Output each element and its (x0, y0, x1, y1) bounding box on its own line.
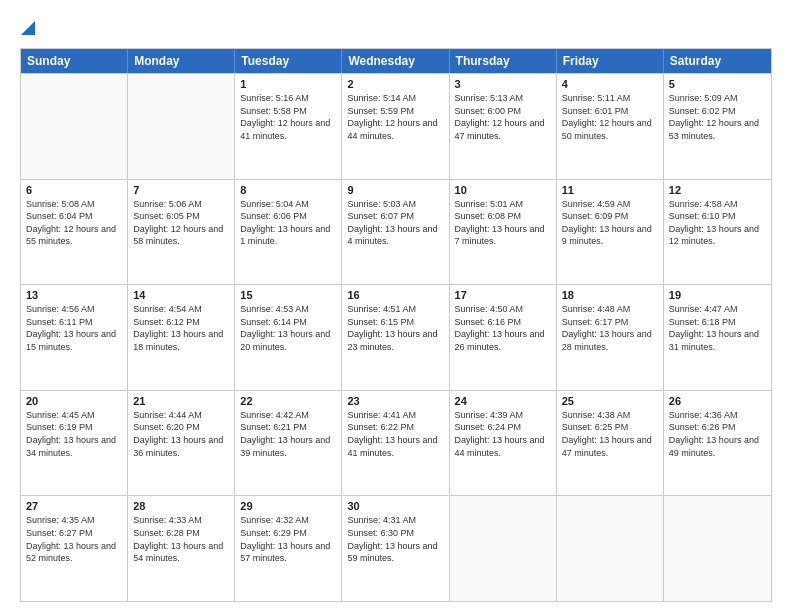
cal-header-thursday: Thursday (450, 49, 557, 73)
day-number: 4 (562, 78, 658, 90)
day-info: Sunrise: 5:09 AM Sunset: 6:02 PM Dayligh… (669, 92, 766, 142)
day-info: Sunrise: 4:39 AM Sunset: 6:24 PM Dayligh… (455, 409, 551, 459)
day-number: 14 (133, 289, 229, 301)
day-info: Sunrise: 4:48 AM Sunset: 6:17 PM Dayligh… (562, 303, 658, 353)
cal-header-friday: Friday (557, 49, 664, 73)
calendar-cell-2-2: 7Sunrise: 5:06 AM Sunset: 6:05 PM Daylig… (128, 180, 235, 285)
day-number: 15 (240, 289, 336, 301)
calendar-cell-1-3: 1Sunrise: 5:16 AM Sunset: 5:58 PM Daylig… (235, 74, 342, 179)
day-info: Sunrise: 4:38 AM Sunset: 6:25 PM Dayligh… (562, 409, 658, 459)
day-number: 20 (26, 395, 122, 407)
calendar-cell-1-6: 4Sunrise: 5:11 AM Sunset: 6:01 PM Daylig… (557, 74, 664, 179)
day-info: Sunrise: 4:56 AM Sunset: 6:11 PM Dayligh… (26, 303, 122, 353)
day-number: 3 (455, 78, 551, 90)
day-number: 9 (347, 184, 443, 196)
day-number: 25 (562, 395, 658, 407)
calendar-week-3: 13Sunrise: 4:56 AM Sunset: 6:11 PM Dayli… (21, 284, 771, 390)
calendar-cell-5-6 (557, 496, 664, 601)
day-number: 1 (240, 78, 336, 90)
day-number: 2 (347, 78, 443, 90)
calendar-week-4: 20Sunrise: 4:45 AM Sunset: 6:19 PM Dayli… (21, 390, 771, 496)
cal-header-wednesday: Wednesday (342, 49, 449, 73)
day-info: Sunrise: 4:36 AM Sunset: 6:26 PM Dayligh… (669, 409, 766, 459)
day-info: Sunrise: 5:01 AM Sunset: 6:08 PM Dayligh… (455, 198, 551, 248)
day-info: Sunrise: 4:54 AM Sunset: 6:12 PM Dayligh… (133, 303, 229, 353)
day-number: 8 (240, 184, 336, 196)
calendar-cell-5-2: 28Sunrise: 4:33 AM Sunset: 6:28 PM Dayli… (128, 496, 235, 601)
calendar-cell-2-1: 6Sunrise: 5:08 AM Sunset: 6:04 PM Daylig… (21, 180, 128, 285)
day-number: 21 (133, 395, 229, 407)
day-info: Sunrise: 4:32 AM Sunset: 6:29 PM Dayligh… (240, 514, 336, 564)
day-info: Sunrise: 4:33 AM Sunset: 6:28 PM Dayligh… (133, 514, 229, 564)
day-number: 11 (562, 184, 658, 196)
calendar-week-5: 27Sunrise: 4:35 AM Sunset: 6:27 PM Dayli… (21, 495, 771, 601)
day-number: 7 (133, 184, 229, 196)
calendar-cell-1-5: 3Sunrise: 5:13 AM Sunset: 6:00 PM Daylig… (450, 74, 557, 179)
day-info: Sunrise: 5:16 AM Sunset: 5:58 PM Dayligh… (240, 92, 336, 142)
calendar-cell-2-7: 12Sunrise: 4:58 AM Sunset: 6:10 PM Dayli… (664, 180, 771, 285)
day-info: Sunrise: 4:42 AM Sunset: 6:21 PM Dayligh… (240, 409, 336, 459)
svg-marker-0 (21, 21, 35, 35)
cal-header-sunday: Sunday (21, 49, 128, 73)
calendar-cell-3-2: 14Sunrise: 4:54 AM Sunset: 6:12 PM Dayli… (128, 285, 235, 390)
day-info: Sunrise: 4:51 AM Sunset: 6:15 PM Dayligh… (347, 303, 443, 353)
calendar-cell-4-4: 23Sunrise: 4:41 AM Sunset: 6:22 PM Dayli… (342, 391, 449, 496)
day-number: 6 (26, 184, 122, 196)
calendar-cell-2-5: 10Sunrise: 5:01 AM Sunset: 6:08 PM Dayli… (450, 180, 557, 285)
day-info: Sunrise: 5:04 AM Sunset: 6:06 PM Dayligh… (240, 198, 336, 248)
day-number: 26 (669, 395, 766, 407)
logo-text (20, 16, 35, 38)
logo-triangle-icon (21, 21, 35, 35)
calendar-cell-4-1: 20Sunrise: 4:45 AM Sunset: 6:19 PM Dayli… (21, 391, 128, 496)
calendar-body: 1Sunrise: 5:16 AM Sunset: 5:58 PM Daylig… (21, 73, 771, 601)
calendar-header: SundayMondayTuesdayWednesdayThursdayFrid… (21, 49, 771, 73)
calendar-week-2: 6Sunrise: 5:08 AM Sunset: 6:04 PM Daylig… (21, 179, 771, 285)
day-number: 29 (240, 500, 336, 512)
calendar-cell-3-3: 15Sunrise: 4:53 AM Sunset: 6:14 PM Dayli… (235, 285, 342, 390)
calendar-cell-3-4: 16Sunrise: 4:51 AM Sunset: 6:15 PM Dayli… (342, 285, 449, 390)
calendar-cell-4-7: 26Sunrise: 4:36 AM Sunset: 6:26 PM Dayli… (664, 391, 771, 496)
day-number: 10 (455, 184, 551, 196)
calendar: SundayMondayTuesdayWednesdayThursdayFrid… (20, 48, 772, 602)
calendar-cell-5-5 (450, 496, 557, 601)
calendar-cell-5-7 (664, 496, 771, 601)
calendar-cell-2-3: 8Sunrise: 5:04 AM Sunset: 6:06 PM Daylig… (235, 180, 342, 285)
day-info: Sunrise: 5:14 AM Sunset: 5:59 PM Dayligh… (347, 92, 443, 142)
calendar-cell-2-4: 9Sunrise: 5:03 AM Sunset: 6:07 PM Daylig… (342, 180, 449, 285)
day-number: 27 (26, 500, 122, 512)
day-info: Sunrise: 4:31 AM Sunset: 6:30 PM Dayligh… (347, 514, 443, 564)
header (20, 16, 772, 38)
calendar-week-1: 1Sunrise: 5:16 AM Sunset: 5:58 PM Daylig… (21, 73, 771, 179)
cal-header-saturday: Saturday (664, 49, 771, 73)
calendar-cell-5-4: 30Sunrise: 4:31 AM Sunset: 6:30 PM Dayli… (342, 496, 449, 601)
cal-header-tuesday: Tuesday (235, 49, 342, 73)
day-number: 17 (455, 289, 551, 301)
calendar-cell-1-1 (21, 74, 128, 179)
day-number: 16 (347, 289, 443, 301)
day-info: Sunrise: 4:53 AM Sunset: 6:14 PM Dayligh… (240, 303, 336, 353)
day-info: Sunrise: 4:45 AM Sunset: 6:19 PM Dayligh… (26, 409, 122, 459)
day-info: Sunrise: 4:44 AM Sunset: 6:20 PM Dayligh… (133, 409, 229, 459)
day-info: Sunrise: 4:41 AM Sunset: 6:22 PM Dayligh… (347, 409, 443, 459)
day-number: 12 (669, 184, 766, 196)
calendar-cell-3-5: 17Sunrise: 4:50 AM Sunset: 6:16 PM Dayli… (450, 285, 557, 390)
calendar-cell-3-6: 18Sunrise: 4:48 AM Sunset: 6:17 PM Dayli… (557, 285, 664, 390)
logo-blue (20, 16, 35, 38)
logo (20, 16, 35, 38)
calendar-cell-3-1: 13Sunrise: 4:56 AM Sunset: 6:11 PM Dayli… (21, 285, 128, 390)
day-number: 22 (240, 395, 336, 407)
calendar-cell-1-2 (128, 74, 235, 179)
day-number: 24 (455, 395, 551, 407)
day-info: Sunrise: 4:58 AM Sunset: 6:10 PM Dayligh… (669, 198, 766, 248)
day-number: 5 (669, 78, 766, 90)
calendar-cell-3-7: 19Sunrise: 4:47 AM Sunset: 6:18 PM Dayli… (664, 285, 771, 390)
calendar-cell-4-5: 24Sunrise: 4:39 AM Sunset: 6:24 PM Dayli… (450, 391, 557, 496)
day-info: Sunrise: 4:50 AM Sunset: 6:16 PM Dayligh… (455, 303, 551, 353)
calendar-cell-4-2: 21Sunrise: 4:44 AM Sunset: 6:20 PM Dayli… (128, 391, 235, 496)
day-number: 18 (562, 289, 658, 301)
day-info: Sunrise: 4:59 AM Sunset: 6:09 PM Dayligh… (562, 198, 658, 248)
day-info: Sunrise: 5:06 AM Sunset: 6:05 PM Dayligh… (133, 198, 229, 248)
calendar-cell-4-6: 25Sunrise: 4:38 AM Sunset: 6:25 PM Dayli… (557, 391, 664, 496)
day-number: 23 (347, 395, 443, 407)
calendar-cell-5-3: 29Sunrise: 4:32 AM Sunset: 6:29 PM Dayli… (235, 496, 342, 601)
